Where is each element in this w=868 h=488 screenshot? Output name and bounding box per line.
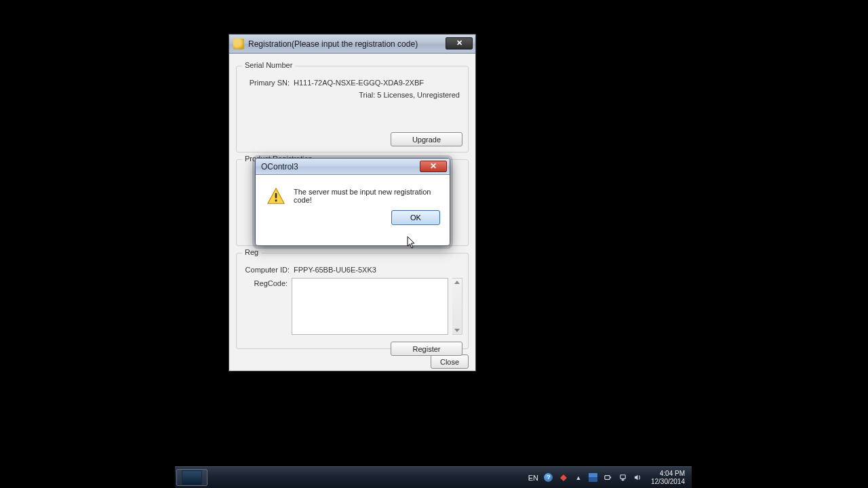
svg-rect-1 (275, 193, 277, 199)
regcode-label: RegCode: (242, 278, 288, 287)
volume-icon[interactable] (633, 473, 643, 483)
svg-rect-6 (622, 479, 625, 481)
regcode-input[interactable] (292, 278, 448, 335)
svg-point-2 (275, 199, 277, 201)
message-box-close-button[interactable]: ✕ (420, 161, 447, 172)
action-center-flag-icon[interactable] (589, 473, 598, 483)
window-close-button[interactable]: ✕ (446, 37, 473, 49)
clock-time: 4:04 PM (651, 470, 685, 478)
license-status: Trial: 5 Licenses, Unregistered (242, 91, 462, 99)
titlebar[interactable]: Registration(Please input the registrati… (229, 35, 475, 54)
anydesk-tray-icon[interactable] (559, 473, 568, 483)
message-box-text: The server must be input new registratio… (294, 188, 439, 204)
manual-group-title: Reg (242, 248, 261, 256)
taskbar-app-button[interactable] (176, 469, 208, 486)
close-button[interactable]: Close (431, 354, 469, 369)
app-icon (233, 39, 244, 49)
primary-sn-value: H111-72AQ-NSXE-EGGQ-XDA9-2XBF (294, 77, 462, 87)
system-tray: EN ? ▲ 4:04 PM 12/30/2014 (524, 467, 692, 488)
tray-overflow-chevron-icon[interactable]: ▲ (574, 473, 583, 483)
register-button[interactable]: Register (391, 342, 462, 356)
regcode-scrollbar[interactable] (452, 278, 462, 335)
svg-rect-4 (610, 477, 612, 479)
window-title: Registration(Please input the registrati… (248, 39, 418, 49)
power-icon[interactable] (604, 473, 613, 483)
serial-group-title: Serial Number (242, 61, 295, 69)
help-icon[interactable]: ? (544, 473, 553, 483)
svg-rect-5 (620, 475, 625, 479)
warning-icon (267, 187, 285, 205)
clock-date: 12/30/2014 (651, 478, 685, 486)
taskbar[interactable]: EN ? ▲ 4:04 PM 12/30/2014 (175, 466, 692, 488)
message-box-ok-button[interactable]: OK (391, 210, 440, 225)
manual-registration-group: Reg Computer ID: FPPY-65BB-UU6E-5XK3 Reg… (236, 253, 469, 349)
message-box-titlebar[interactable]: OControl3 ✕ (256, 159, 450, 175)
computer-id-label: Computer ID: (242, 264, 290, 274)
message-box-title: OControl3 (261, 162, 298, 171)
message-box: OControl3 ✕ The server must be input new… (255, 158, 450, 246)
upgrade-button[interactable]: Upgrade (391, 132, 462, 146)
taskbar-clock[interactable]: 4:04 PM 12/30/2014 (648, 468, 688, 487)
computer-id-value: FPPY-65BB-UU6E-5XK3 (294, 264, 462, 274)
taskbar-app-thumbnail-icon (182, 470, 202, 485)
language-indicator[interactable]: EN (528, 474, 538, 482)
svg-rect-3 (605, 476, 610, 480)
network-icon[interactable] (618, 473, 628, 483)
serial-number-group: Serial Number Primary SN: H111-72AQ-NSXE… (236, 66, 469, 152)
primary-sn-label: Primary SN: (242, 77, 290, 87)
